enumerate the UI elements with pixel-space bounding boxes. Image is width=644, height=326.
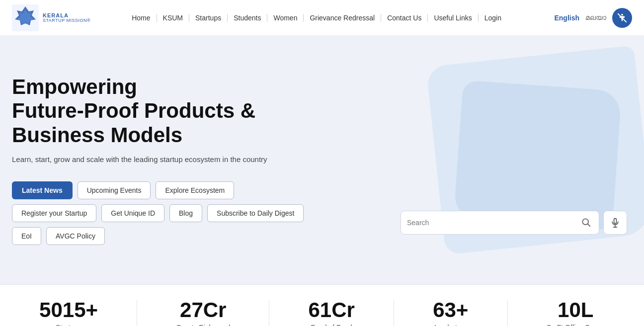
stat-divider-2 (269, 300, 269, 326)
accessibility-icon (617, 12, 628, 23)
mic-button[interactable] (603, 211, 627, 235)
logo-kerala: KERALA (43, 12, 90, 18)
stat-divider-3 (394, 300, 394, 326)
nav-links: Home KSUM Startups Students Women Grieva… (90, 14, 543, 22)
accessibility-button[interactable] (612, 8, 632, 28)
nav-home[interactable]: Home (126, 14, 157, 22)
stat-office-label: Sq Ft Office Space (547, 324, 605, 326)
stat-startups: 5015+ Startups (39, 299, 98, 326)
nav-contact[interactable]: Contact Us (381, 14, 428, 22)
microphone-icon (610, 218, 620, 228)
hero-buttons: Latest News Upcoming Events Explore Ecos… (12, 181, 320, 245)
stat-divider-4 (507, 300, 508, 326)
stat-incubators-label: Incubators (433, 324, 468, 326)
btn-get-unique-id[interactable]: Get Unique ID (101, 204, 164, 222)
logo-text: KERALA STARTUP MISSION® (43, 12, 90, 23)
stat-grants: 27Cr Grants Disbursed (176, 299, 230, 326)
search-icon (581, 217, 591, 227)
hero-left: Empowering Future-Proof Products & Busin… (12, 75, 320, 245)
nav-women[interactable]: Women (267, 14, 304, 22)
logo-icon (12, 4, 39, 31)
stat-office-space: 10L Sq Ft Office Space (547, 299, 605, 326)
svg-line-5 (588, 224, 590, 226)
hero-decorative-shape-2 (454, 80, 622, 230)
stat-startups-label: Startups (39, 324, 98, 326)
logo-startup-mission: STARTUP MISSION® (43, 18, 90, 23)
btn-explore-ecosystem[interactable]: Explore Ecosystem (156, 181, 234, 199)
hero-right (320, 56, 632, 264)
btn-subscribe[interactable]: Subscribe to Daily Digest (207, 204, 304, 222)
hero-subtitle: Learn, start, grow and scale with the le… (12, 155, 320, 163)
stat-grants-number: 27Cr (176, 299, 230, 322)
lang-english[interactable]: English (554, 14, 579, 22)
nav-right: English മലയാ (543, 8, 632, 28)
nav-grievance[interactable]: Grievance Redressal (304, 14, 381, 22)
search-submit-button[interactable] (579, 215, 593, 231)
stat-grants-label: Grants Disbursed (176, 324, 230, 326)
search-container (401, 211, 627, 235)
logo-area[interactable]: KERALA STARTUP MISSION® (12, 4, 90, 31)
btn-upcoming-events[interactable]: Upcoming Events (78, 181, 151, 199)
search-bar (401, 211, 599, 235)
svg-rect-6 (614, 219, 617, 224)
stat-startups-number: 5015+ (39, 299, 98, 322)
navbar: KERALA STARTUP MISSION® Home KSUM Startu… (0, 0, 644, 36)
stat-office-number: 10L (547, 299, 605, 322)
nav-useful-links[interactable]: Useful Links (428, 14, 478, 22)
stats-bar: 5015+ Startups 27Cr Grants Disbursed 61C… (0, 284, 644, 326)
btn-avgc-policy[interactable]: AVGC Policy (46, 227, 105, 245)
nav-ksum[interactable]: KSUM (157, 14, 189, 22)
lang-malayalam[interactable]: മലയാ (585, 13, 606, 22)
hero-title: Empowering Future-Proof Products & Busin… (12, 75, 320, 147)
nav-startups[interactable]: Startups (189, 14, 228, 22)
btn-latest-news[interactable]: Latest News (12, 181, 73, 199)
stat-fund-number: 61Cr (308, 299, 354, 322)
hero-section: Empowering Future-Proof Products & Busin… (0, 36, 644, 284)
btn-eoi[interactable]: EoI (12, 227, 41, 245)
btn-register-startup[interactable]: Register your Startup (12, 204, 96, 222)
search-input[interactable] (407, 219, 579, 227)
stat-incubators: 63+ Incubators (433, 299, 468, 326)
btn-blog[interactable]: Blog (169, 204, 202, 222)
stat-fund: 61Cr Fund of Fund (308, 299, 354, 326)
stat-fund-label: Fund of Fund (308, 324, 354, 326)
svg-point-3 (621, 13, 623, 15)
nav-students[interactable]: Students (228, 14, 267, 22)
nav-login[interactable]: Login (479, 14, 507, 22)
stat-divider-1 (137, 300, 137, 326)
stat-incubators-number: 63+ (433, 299, 468, 322)
